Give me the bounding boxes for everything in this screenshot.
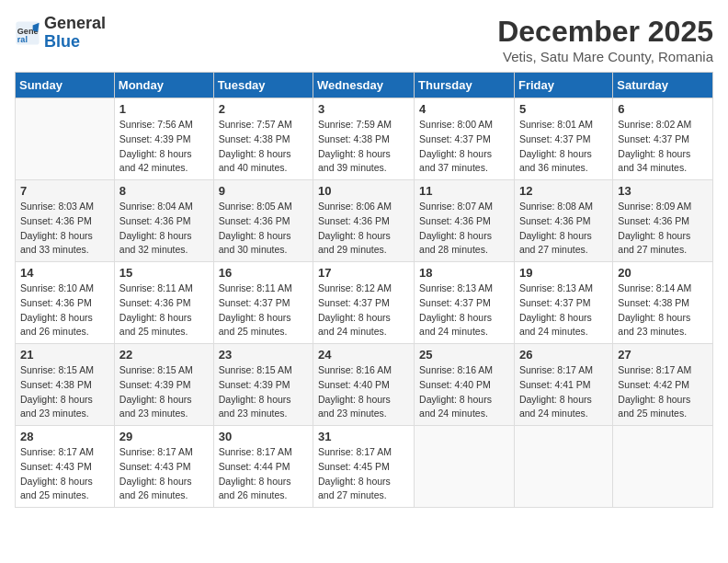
- day-number: 27: [618, 348, 708, 362]
- page-subtitle: Vetis, Satu Mare County, Romania: [497, 49, 713, 64]
- day-info: Sunrise: 8:17 AMSunset: 4:43 PMDaylight:…: [119, 445, 209, 503]
- day-number: 2: [219, 102, 308, 116]
- logo-line2: Blue: [44, 32, 80, 51]
- week-row-1: 1Sunrise: 7:56 AMSunset: 4:39 PMDaylight…: [16, 98, 713, 180]
- day-info: Sunrise: 8:14 AMSunset: 4:38 PMDaylight:…: [618, 282, 708, 339]
- day-cell: [613, 426, 713, 508]
- day-number: 23: [219, 348, 308, 362]
- day-number: 3: [318, 102, 409, 116]
- day-number: 8: [119, 184, 209, 198]
- day-number: 10: [318, 184, 409, 198]
- svg-text:ral: ral: [17, 35, 28, 44]
- calendar-header: SundayMondayTuesdayWednesdayThursdayFrid…: [16, 73, 713, 98]
- day-info: Sunrise: 8:02 AMSunset: 4:37 PMDaylight:…: [618, 118, 708, 176]
- day-cell: 11Sunrise: 8:07 AMSunset: 4:36 PMDayligh…: [415, 180, 515, 262]
- day-cell: 30Sunrise: 8:17 AMSunset: 4:44 PMDayligh…: [213, 426, 313, 508]
- logo-line1: General: [44, 15, 106, 33]
- day-cell: 24Sunrise: 8:16 AMSunset: 4:40 PMDayligh…: [313, 344, 415, 426]
- day-info: Sunrise: 7:56 AMSunset: 4:39 PMDaylight:…: [119, 118, 209, 176]
- day-cell: 12Sunrise: 8:08 AMSunset: 4:36 PMDayligh…: [514, 180, 612, 262]
- day-number: 22: [119, 348, 209, 362]
- day-cell: [16, 98, 115, 180]
- day-info: Sunrise: 8:00 AMSunset: 4:37 PMDaylight:…: [419, 118, 509, 176]
- day-info: Sunrise: 8:07 AMSunset: 4:36 PMDaylight:…: [419, 200, 509, 258]
- col-header-tuesday: Tuesday: [213, 73, 313, 98]
- day-cell: 10Sunrise: 8:06 AMSunset: 4:36 PMDayligh…: [313, 180, 415, 262]
- day-cell: 8Sunrise: 8:04 AMSunset: 4:36 PMDaylight…: [114, 180, 213, 262]
- day-cell: 13Sunrise: 8:09 AMSunset: 4:36 PMDayligh…: [613, 180, 713, 262]
- day-cell: [415, 426, 515, 508]
- day-number: 14: [20, 266, 109, 280]
- day-info: Sunrise: 8:10 AMSunset: 4:36 PMDaylight:…: [20, 282, 109, 339]
- week-row-3: 14Sunrise: 8:10 AMSunset: 4:36 PMDayligh…: [16, 262, 713, 344]
- day-cell: 6Sunrise: 8:02 AMSunset: 4:37 PMDaylight…: [613, 98, 713, 180]
- day-number: 1: [119, 102, 209, 116]
- logo-name: General Blue: [44, 15, 106, 52]
- day-info: Sunrise: 8:01 AMSunset: 4:37 PMDaylight:…: [519, 118, 608, 176]
- day-number: 13: [618, 184, 708, 198]
- day-number: 26: [519, 348, 608, 362]
- col-header-friday: Friday: [514, 73, 612, 98]
- day-number: 31: [318, 430, 409, 443]
- day-info: Sunrise: 8:05 AMSunset: 4:36 PMDaylight:…: [219, 200, 308, 258]
- day-cell: 31Sunrise: 8:17 AMSunset: 4:45 PMDayligh…: [313, 426, 415, 508]
- day-info: Sunrise: 8:03 AMSunset: 4:36 PMDaylight:…: [20, 200, 109, 258]
- day-info: Sunrise: 8:11 AMSunset: 4:37 PMDaylight:…: [219, 282, 308, 339]
- day-number: 18: [419, 266, 509, 280]
- day-info: Sunrise: 8:15 AMSunset: 4:38 PMDaylight:…: [20, 363, 109, 421]
- day-info: Sunrise: 8:16 AMSunset: 4:40 PMDaylight:…: [318, 363, 409, 421]
- day-number: 28: [20, 430, 109, 443]
- day-info: Sunrise: 8:15 AMSunset: 4:39 PMDaylight:…: [219, 363, 308, 421]
- day-info: Sunrise: 8:12 AMSunset: 4:37 PMDaylight:…: [318, 282, 409, 339]
- day-number: 7: [20, 184, 109, 198]
- day-cell: [514, 426, 612, 508]
- logo-icon: Gene ral: [15, 20, 40, 46]
- day-cell: 17Sunrise: 8:12 AMSunset: 4:37 PMDayligh…: [313, 262, 415, 344]
- logo: Gene ral General Blue: [15, 15, 106, 52]
- day-number: 25: [419, 348, 509, 362]
- day-info: Sunrise: 8:17 AMSunset: 4:42 PMDaylight:…: [618, 363, 708, 421]
- day-cell: 19Sunrise: 8:13 AMSunset: 4:37 PMDayligh…: [514, 262, 612, 344]
- day-info: Sunrise: 8:11 AMSunset: 4:36 PMDaylight:…: [119, 282, 209, 339]
- day-cell: 4Sunrise: 8:00 AMSunset: 4:37 PMDaylight…: [415, 98, 515, 180]
- day-number: 5: [519, 102, 608, 116]
- calendar-table: SundayMondayTuesdayWednesdayThursdayFrid…: [15, 72, 713, 508]
- day-cell: 2Sunrise: 7:57 AMSunset: 4:38 PMDaylight…: [213, 98, 313, 180]
- day-number: 9: [219, 184, 308, 198]
- day-cell: 9Sunrise: 8:05 AMSunset: 4:36 PMDaylight…: [213, 180, 313, 262]
- day-cell: 15Sunrise: 8:11 AMSunset: 4:36 PMDayligh…: [114, 262, 213, 344]
- day-number: 19: [519, 266, 608, 280]
- day-number: 20: [618, 266, 708, 280]
- day-number: 21: [20, 348, 109, 362]
- day-cell: 27Sunrise: 8:17 AMSunset: 4:42 PMDayligh…: [613, 344, 713, 426]
- col-header-saturday: Saturday: [613, 73, 713, 98]
- col-header-monday: Monday: [114, 73, 213, 98]
- day-number: 29: [119, 430, 209, 443]
- day-cell: 7Sunrise: 8:03 AMSunset: 4:36 PMDaylight…: [16, 180, 115, 262]
- day-info: Sunrise: 8:08 AMSunset: 4:36 PMDaylight:…: [519, 200, 608, 258]
- day-info: Sunrise: 8:16 AMSunset: 4:40 PMDaylight:…: [419, 363, 509, 421]
- day-number: 12: [519, 184, 608, 198]
- day-cell: 20Sunrise: 8:14 AMSunset: 4:38 PMDayligh…: [613, 262, 713, 344]
- day-info: Sunrise: 7:59 AMSunset: 4:38 PMDaylight:…: [318, 118, 409, 176]
- day-info: Sunrise: 8:17 AMSunset: 4:44 PMDaylight:…: [219, 445, 308, 503]
- col-header-wednesday: Wednesday: [313, 73, 415, 98]
- day-info: Sunrise: 7:57 AMSunset: 4:38 PMDaylight:…: [219, 118, 308, 176]
- day-cell: 22Sunrise: 8:15 AMSunset: 4:39 PMDayligh…: [114, 344, 213, 426]
- day-info: Sunrise: 8:13 AMSunset: 4:37 PMDaylight:…: [519, 282, 608, 339]
- day-info: Sunrise: 8:06 AMSunset: 4:36 PMDaylight:…: [318, 200, 409, 258]
- day-number: 16: [219, 266, 308, 280]
- day-info: Sunrise: 8:17 AMSunset: 4:43 PMDaylight:…: [20, 445, 109, 503]
- day-number: 17: [318, 266, 409, 280]
- day-info: Sunrise: 8:13 AMSunset: 4:37 PMDaylight:…: [419, 282, 509, 339]
- day-cell: 25Sunrise: 8:16 AMSunset: 4:40 PMDayligh…: [415, 344, 515, 426]
- day-cell: 3Sunrise: 7:59 AMSunset: 4:38 PMDaylight…: [313, 98, 415, 180]
- day-cell: 18Sunrise: 8:13 AMSunset: 4:37 PMDayligh…: [415, 262, 515, 344]
- day-cell: 28Sunrise: 8:17 AMSunset: 4:43 PMDayligh…: [16, 426, 115, 508]
- day-cell: 21Sunrise: 8:15 AMSunset: 4:38 PMDayligh…: [16, 344, 115, 426]
- day-cell: 26Sunrise: 8:17 AMSunset: 4:41 PMDayligh…: [514, 344, 612, 426]
- day-cell: 23Sunrise: 8:15 AMSunset: 4:39 PMDayligh…: [213, 344, 313, 426]
- day-number: 24: [318, 348, 409, 362]
- week-row-2: 7Sunrise: 8:03 AMSunset: 4:36 PMDaylight…: [16, 180, 713, 262]
- day-number: 6: [618, 102, 708, 116]
